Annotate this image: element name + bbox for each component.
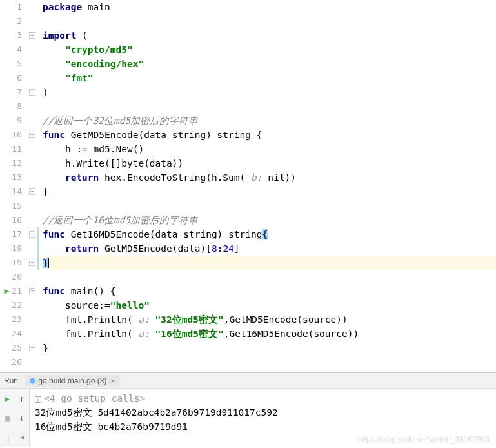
code-line[interactable]: ) [37,85,496,99]
soft-wrap-button[interactable]: ⇥ [15,427,30,447]
code-line[interactable]: "fmt" [37,71,496,85]
line-number: 12 [0,156,22,170]
line-number: 2 [0,14,22,28]
line-number: 22 [0,298,22,312]
fold-toggle [27,156,37,170]
code-line[interactable]: h := md5.New() [37,142,496,156]
fold-toggle[interactable]: − [29,132,35,138]
code-line[interactable]: } [37,256,496,270]
code-line[interactable]: } [37,341,496,355]
fold-toggle [27,57,37,71]
scroll-up-button[interactable]: ↑ [15,389,30,408]
fold-toggle [27,355,37,369]
line-number: 11 [0,142,22,156]
line-number: 24 [0,327,22,341]
fold-toggle [27,114,37,128]
fold-toggle[interactable]: − [29,89,35,96]
fold-toggle[interactable]: − [29,188,35,195]
run-gutter-icon[interactable]: ▶ [5,286,10,296]
go-file-icon: ⬢ [29,376,35,385]
close-icon[interactable]: × [109,376,116,385]
code-line[interactable] [37,199,496,213]
line-number: 23 [0,312,22,327]
code-line[interactable]: fmt.Println( a: "32位md5密文",GetMD5Encode(… [37,312,496,327]
line-number: 20 [0,270,22,284]
line-number: 15 [0,199,22,213]
line-number: 1 [0,0,22,14]
fold-toggle[interactable]: − [29,231,35,238]
code-line[interactable]: return GetMD5Encode(data)[8:24] [37,241,496,256]
line-number: 17 [0,227,22,241]
run-tab[interactable]: ⬢ go build main.go (3) × [25,375,120,387]
fold-toggle [27,99,37,114]
run-label: Run: [4,376,20,385]
line-number: 5 [0,57,22,71]
pause-button[interactable]: ‖ [0,427,15,447]
code-line[interactable]: h.Write([]byte(data)) [37,156,496,170]
fold-toggle [27,43,37,57]
fold-toggle [27,14,37,28]
line-number: 18 [0,241,22,256]
scroll-down-button[interactable]: ↓ [15,408,30,427]
run-toolbar: ▶ ↑ ■ ↓ ‖ ⇥ [0,389,30,447]
code-line[interactable]: fmt.Println( a: "16位md5密文",Get16MD5Encod… [37,327,496,341]
line-number: 4 [0,43,22,57]
code-line[interactable]: //返回一个16位md5加密后的字符串 [37,213,496,227]
code-line[interactable]: "crypto/md5" [37,43,496,57]
output-line: 32位md5密文 5d41402abc4b2a76b9719d911017c59… [35,405,491,420]
fold-toggle[interactable]: − [29,32,35,39]
fold-toggle [27,142,37,156]
fold-toggle [27,270,37,284]
code-editor[interactable]: 1234567891011121314151617181920▶21222324… [0,0,496,372]
output-line: +<4 go setup calls> [35,391,491,405]
line-number: 8 [0,99,22,114]
line-number: 6 [0,71,22,85]
line-number: 19 [0,256,22,270]
fold-toggle [27,71,37,85]
change-marker [37,241,39,256]
code-line[interactable]: package main [37,0,496,14]
code-line[interactable]: func Get16MD5Encode(data string) string{ [37,227,496,241]
line-number: 7 [0,85,22,99]
code-line[interactable] [37,270,496,284]
stop-button[interactable]: ■ [0,408,15,427]
run-output[interactable]: +<4 go setup calls>32位md5密文 5d41402abc4b… [30,389,496,447]
line-number: 16 [0,213,22,227]
code-line[interactable] [37,99,496,114]
change-marker [37,227,39,241]
rerun-button[interactable]: ▶ [0,389,15,408]
code-line[interactable]: return hex.EncodeToString(h.Sum( b: nil)… [37,170,496,185]
code-line[interactable]: import ( [37,28,496,43]
run-panel-header: Run: ⬢ go build main.go (3) × [0,373,496,389]
line-number: 25 [0,341,22,355]
fold-toggle[interactable]: − [29,260,35,266]
code-line[interactable] [37,355,496,369]
fold-toggle [27,199,37,213]
code-line[interactable]: func GetMD5Encode(data string) string { [37,128,496,142]
code-line[interactable]: } [37,185,496,199]
change-marker [37,256,39,270]
run-body: ▶ ↑ ■ ↓ ‖ ⇥ +<4 go setup calls>32位md5密文 … [0,389,496,447]
line-number: 13 [0,170,22,185]
fold-toggle [27,213,37,227]
line-number: 3 [0,28,22,43]
fold-toggle [27,312,37,327]
fold-column[interactable]: −−−−−−−− [27,0,37,372]
line-number: 9 [0,114,22,128]
code-line[interactable]: //返回一个32位md5加密后的字符串 [37,114,496,128]
output-fold-icon[interactable]: + [35,396,41,403]
code-line[interactable]: "encoding/hex" [37,57,496,71]
line-number: ▶21 [0,284,22,298]
watermark: https://blog.csdn.net/weixin_36162966 [358,435,490,444]
line-number: 26 [0,355,22,369]
code-area[interactable]: package mainimport ( "crypto/md5" "encod… [37,0,496,372]
fold-toggle [27,298,37,312]
code-line[interactable]: source:="hello" [37,298,496,312]
output-line: 16位md5密文 bc4b2a76b9719d91 [35,420,491,434]
line-number: 10 [0,128,22,142]
code-line[interactable]: func main() { [37,284,496,298]
fold-toggle[interactable]: − [29,345,35,351]
fold-toggle[interactable]: − [29,288,35,294]
code-line[interactable] [37,14,496,28]
fold-toggle [27,0,37,14]
